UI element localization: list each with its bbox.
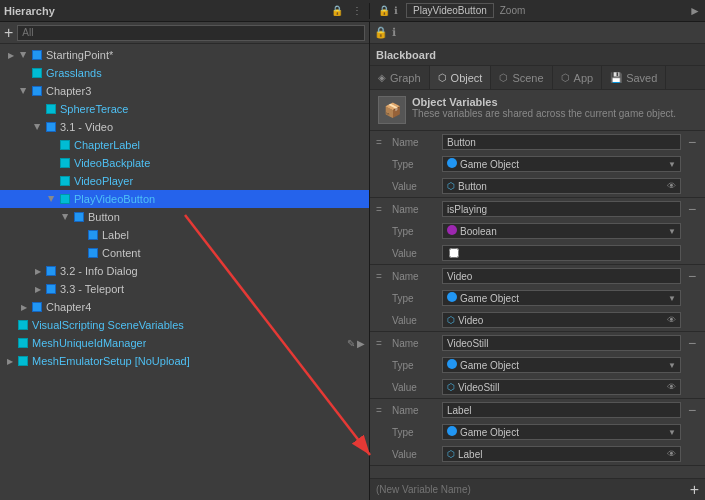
arrow-startingpoint[interactable]: ▶ bbox=[18, 49, 30, 61]
var-valuebox-isplaying[interactable] bbox=[442, 245, 681, 261]
arrow-32info[interactable]: ▶ bbox=[32, 265, 44, 277]
var-valuebox-button[interactable]: ⬡ Button 👁 bbox=[442, 178, 681, 194]
arrow-chapter3[interactable]: ▶ bbox=[18, 85, 30, 97]
bb-tab-graph[interactable]: ◈ Graph bbox=[370, 66, 430, 89]
sg-info-icon2[interactable]: ℹ bbox=[392, 26, 396, 39]
label-content: Content bbox=[102, 247, 141, 259]
hierarchy-item-chapter4[interactable]: ▶ Chapter4 bbox=[0, 298, 369, 316]
cube-icon bbox=[18, 338, 28, 348]
hierarchy-item-meshunique[interactable]: ▶ MeshUniqueIdManager ✎ ▶ bbox=[0, 334, 369, 352]
top-bar: Hierarchy 🔒 ⋮ 🔒 ℹ PlayVideoButton Zoom ► bbox=[0, 0, 705, 22]
new-variable-input[interactable] bbox=[376, 484, 690, 495]
var-type-dropdown-label[interactable]: Game Object ▼ bbox=[442, 424, 681, 440]
var-valuebox-videostill[interactable]: ⬡ VideoStill 👁 bbox=[442, 379, 681, 395]
var-minus-video[interactable]: − bbox=[685, 269, 699, 283]
hierarchy-top-bar: Hierarchy 🔒 ⋮ bbox=[0, 3, 370, 19]
arrow-chapter4[interactable]: ▶ bbox=[18, 301, 30, 313]
arrow-playvideobutton[interactable]: ▶ bbox=[46, 193, 58, 205]
var-valuebox-label[interactable]: ⬡ Label 👁 bbox=[442, 446, 681, 462]
hierarchy-item-31video[interactable]: ▶ 3.1 - Video bbox=[0, 118, 369, 136]
arrow-31video[interactable]: ▶ bbox=[32, 121, 44, 133]
arrow-33teleport[interactable]: ▶ bbox=[32, 283, 44, 295]
var-minus-isplaying[interactable]: − bbox=[685, 202, 699, 216]
var-minus-videostill[interactable]: − bbox=[685, 336, 699, 350]
hierarchy-item-sphereterrace[interactable]: ▶ SphereTerace bbox=[0, 100, 369, 118]
hierarchy-item-32info[interactable]: ▶ 3.2 - Info Dialog bbox=[0, 262, 369, 280]
checkbox-isplaying[interactable] bbox=[449, 248, 459, 258]
eye-icon-button[interactable]: 👁 bbox=[667, 181, 676, 191]
new-variable-bar: + bbox=[370, 478, 705, 500]
hierarchy-item-videoplayer[interactable]: ▶ VideoPlayer bbox=[0, 172, 369, 190]
var-equals-button: = bbox=[376, 137, 390, 148]
label-33teleport: 3.3 - Teleport bbox=[60, 283, 124, 295]
blackboard-title: Blackboard bbox=[376, 49, 436, 61]
hierarchy-item-grasslands[interactable]: ▶ Grasslands bbox=[0, 64, 369, 82]
var-group-button: = Name Button − Type Game Object ▼ − bbox=[370, 131, 705, 198]
label-videobackplate: VideoBackplate bbox=[74, 157, 150, 169]
var-label-type-video: Type bbox=[392, 293, 442, 304]
var-value-label-name[interactable]: Label bbox=[442, 402, 681, 418]
ov-desc: These variables are shared across the cu… bbox=[412, 108, 676, 119]
add-variable-button[interactable]: + bbox=[690, 481, 699, 499]
hierarchy-item-meshemulator[interactable]: ▶ MeshEmulatorSetup [NoUpload] bbox=[0, 352, 369, 370]
cube-playvideobutton bbox=[58, 192, 72, 206]
label-32info: 3.2 - Info Dialog bbox=[60, 265, 138, 277]
expand-icon[interactable]: ▶ bbox=[357, 338, 365, 349]
eye-icon-video[interactable]: 👁 bbox=[667, 315, 676, 325]
cube-chapter4 bbox=[30, 300, 44, 314]
arrow-button[interactable]: ▶ bbox=[60, 211, 72, 223]
cube-icon bbox=[46, 122, 56, 132]
var-value-videostill-name[interactable]: VideoStill bbox=[442, 335, 681, 351]
sg-lock-icon2[interactable]: 🔒 bbox=[374, 26, 388, 39]
eye-icon-videostill[interactable]: 👁 bbox=[667, 382, 676, 392]
var-value-video-name[interactable]: Video bbox=[442, 268, 681, 284]
hierarchy-item-videobackplate[interactable]: ▶ VideoBackplate bbox=[0, 154, 369, 172]
sg-info-icon[interactable]: ℹ bbox=[394, 5, 398, 16]
type-text-videostill: Game Object bbox=[460, 360, 519, 371]
sg-lock-icon[interactable]: 🔒 bbox=[378, 5, 390, 16]
var-valuebox-video[interactable]: ⬡ Video 👁 bbox=[442, 312, 681, 328]
var-type-dropdown-button[interactable]: Game Object ▼ bbox=[442, 156, 681, 172]
bb-tab-scene[interactable]: ⬡ Scene bbox=[491, 66, 552, 89]
var-value-isplaying-name[interactable]: isPlaying bbox=[442, 201, 681, 217]
hierarchy-list: ▶ ▶ StartingPoint* ▶ Grasslands ▶ Chapte… bbox=[0, 44, 369, 500]
hierarchy-item-content[interactable]: ▶ Content bbox=[0, 244, 369, 262]
hierarchy-item-playvideobutton[interactable]: ▶ PlayVideoButton bbox=[0, 190, 369, 208]
var-type-dropdown-isplaying[interactable]: Boolean ▼ bbox=[442, 223, 681, 239]
eye-icon-label[interactable]: 👁 bbox=[667, 449, 676, 459]
var-type-row-video: Type Game Object ▼ − bbox=[370, 287, 705, 309]
label-sphereterrace: SphereTerace bbox=[60, 103, 129, 115]
hierarchy-item-button[interactable]: ▶ Button bbox=[0, 208, 369, 226]
cube-sphere bbox=[44, 102, 58, 116]
hierarchy-item-label[interactable]: ▶ Label bbox=[0, 226, 369, 244]
playvideo-tab[interactable]: PlayVideoButton bbox=[406, 3, 494, 18]
bb-tab-app[interactable]: ⬡ App bbox=[553, 66, 603, 89]
collapse-btn[interactable]: ► bbox=[689, 4, 701, 18]
scene-arrow[interactable]: ▶ bbox=[4, 48, 18, 62]
create-button[interactable]: + bbox=[4, 25, 13, 41]
hierarchy-more-icon[interactable]: ⋮ bbox=[349, 3, 365, 19]
var-minus-button[interactable]: − bbox=[685, 135, 699, 149]
hierarchy-lock-icon[interactable]: 🔒 bbox=[329, 3, 345, 19]
arrow-meshemulator[interactable]: ▶ bbox=[4, 355, 16, 367]
var-value-text-video: Video bbox=[458, 315, 483, 326]
var-type-dropdown-videostill[interactable]: Game Object ▼ bbox=[442, 357, 681, 373]
var-group-videostill: = Name VideoStill − Type Game Object ▼ − bbox=[370, 332, 705, 399]
pencil-icon[interactable]: ✎ bbox=[347, 338, 355, 349]
bb-tab-object[interactable]: ⬡ Object bbox=[430, 66, 492, 89]
var-value-button-name[interactable]: Button bbox=[442, 134, 681, 150]
label-chapter4: Chapter4 bbox=[46, 301, 91, 313]
hierarchy-item-startingpoint[interactable]: ▶ ▶ StartingPoint* bbox=[0, 46, 369, 64]
hierarchy-item-chapter3[interactable]: ▶ Chapter3 bbox=[0, 82, 369, 100]
bb-tab-saved[interactable]: 💾 Saved bbox=[602, 66, 666, 89]
hierarchy-item-33teleport[interactable]: ▶ 3.3 - Teleport bbox=[0, 280, 369, 298]
hierarchy-search[interactable] bbox=[17, 25, 365, 41]
var-group-video: = Name Video − Type Game Object ▼ − bbox=[370, 265, 705, 332]
var-value-row-isplaying: Value − bbox=[370, 242, 705, 264]
var-minus-label[interactable]: − bbox=[685, 403, 699, 417]
var-value-text-label: Label bbox=[458, 449, 482, 460]
hierarchy-item-chapterlabel[interactable]: ▶ ChapterLabel bbox=[0, 136, 369, 154]
cube-videoplayer bbox=[58, 174, 72, 188]
var-type-dropdown-video[interactable]: Game Object ▼ bbox=[442, 290, 681, 306]
hierarchy-item-visualscripting[interactable]: ▶ VisualScripting SceneVariables bbox=[0, 316, 369, 334]
